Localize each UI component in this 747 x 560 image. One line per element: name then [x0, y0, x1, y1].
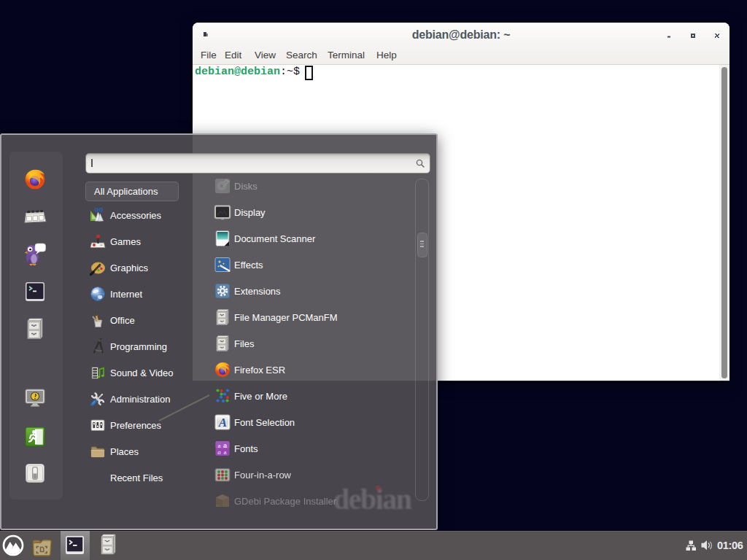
svg-text:A: A [218, 416, 227, 429]
svg-text:a: a [217, 448, 221, 456]
svg-text:a: a [224, 448, 227, 456]
